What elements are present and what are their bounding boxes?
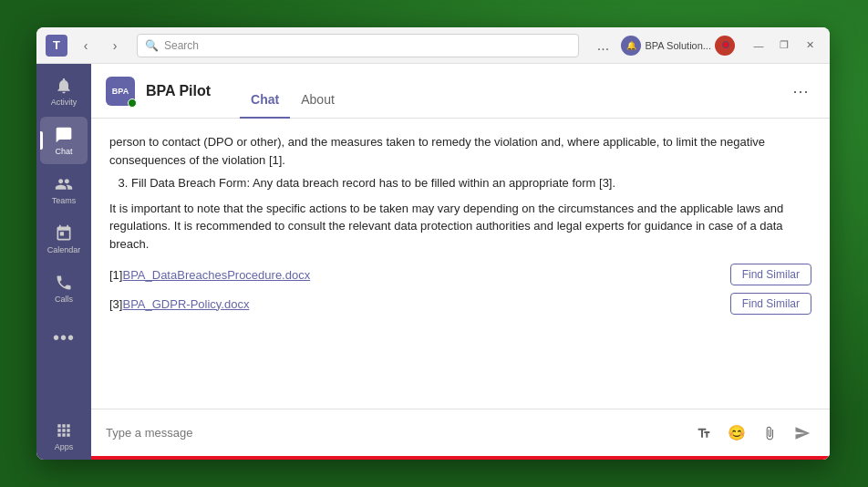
status-dot — [722, 41, 729, 48]
minimize-button[interactable]: — — [748, 36, 770, 56]
send-button[interactable] — [790, 420, 815, 446]
user-name: BPA Solution... — [645, 40, 711, 51]
source-ref-1: [1] — [109, 268, 122, 282]
back-button[interactable]: ‹ — [75, 35, 97, 57]
close-button[interactable]: ✕ — [799, 36, 821, 56]
bot-avatar: BPA — [106, 77, 135, 106]
window-controls: — ❐ ✕ — [748, 36, 821, 56]
format-button[interactable] — [691, 420, 717, 446]
tab-about[interactable]: About — [290, 82, 346, 119]
sidebar-item-teams-label: Teams — [52, 196, 77, 205]
source-row-2: [3] BPA_GDPR-Policy.docx Find Similar — [109, 293, 811, 315]
search-placeholder: Search — [164, 39, 199, 52]
forward-button[interactable]: › — [104, 35, 126, 57]
message-list: Fill Data Breach Form: Any data breach r… — [109, 174, 811, 192]
attach-button[interactable] — [757, 420, 782, 446]
title-bar-right: ... 🔔 BPA Solution... — ❐ ✕ — [590, 36, 821, 56]
message-text-2: It is important to note that the specifi… — [109, 200, 811, 254]
source-link-2[interactable]: BPA_GDPR-Policy.docx — [122, 297, 249, 311]
notification-avatar: 🔔 — [621, 36, 641, 56]
source-link-1[interactable]: BPA_DataBreachesProcedure.docx — [122, 268, 310, 282]
teams-logo-icon: T — [46, 35, 67, 57]
source-ref-2: [3] — [109, 297, 122, 311]
more-icon: ••• — [54, 327, 74, 347]
chat-header: BPA BPA Pilot Chat About ⋯ — [91, 64, 830, 119]
chat-tabs: Chat About — [240, 73, 346, 109]
title-bar: T ‹ › 🔍 Search ... 🔔 BPA Solution... — ❐… — [36, 27, 830, 64]
messages-area[interactable]: person to contact (DPO or other), and th… — [91, 119, 830, 409]
title-more-button[interactable]: ... — [590, 36, 615, 56]
sidebar-item-activity[interactable]: Activity — [40, 67, 88, 115]
chat-more-button[interactable]: ⋯ — [786, 77, 815, 106]
message-input[interactable] — [106, 426, 682, 440]
main-content: Activity Chat Teams — [36, 64, 830, 460]
source-files: [1] BPA_DataBreachesProcedure.docx Find … — [109, 264, 811, 315]
sidebar-item-more[interactable]: ••• — [40, 314, 88, 361]
sidebar: Activity Chat Teams — [36, 64, 91, 460]
sidebar-item-calls-label: Calls — [55, 295, 73, 304]
find-similar-button-2[interactable]: Find Similar — [730, 293, 811, 315]
teams-icon — [54, 174, 74, 194]
tab-chat[interactable]: Chat — [240, 82, 290, 119]
sidebar-item-apps-label: Apps — [55, 442, 74, 451]
active-indicator — [40, 131, 43, 150]
sidebar-item-teams[interactable]: Teams — [40, 166, 88, 213]
sidebar-item-calendar[interactable]: Calendar — [40, 215, 88, 263]
calendar-icon — [54, 223, 74, 244]
chat-icon — [54, 125, 74, 145]
bell-icon — [54, 76, 74, 96]
source-row-1: [1] BPA_DataBreachesProcedure.docx Find … — [109, 264, 811, 285]
apps-icon — [54, 420, 74, 440]
sidebar-item-apps[interactable]: Apps — [40, 412, 88, 460]
sidebar-item-chat[interactable]: Chat — [40, 117, 88, 164]
restore-button[interactable]: ❐ — [773, 36, 795, 56]
bottom-bar — [91, 456, 830, 460]
sidebar-item-chat-label: Chat — [55, 147, 72, 156]
search-bar[interactable]: 🔍 Search — [137, 34, 579, 57]
message-bubble: person to contact (DPO or other), and th… — [109, 133, 811, 253]
title-bar-left: T ‹ › — [46, 35, 126, 57]
user-avatar — [715, 36, 735, 56]
input-actions: 😊 — [691, 420, 815, 446]
calls-icon — [54, 273, 74, 293]
sidebar-item-calendar-label: Calendar — [47, 245, 81, 254]
message-text-1: person to contact (DPO or other), and th… — [109, 133, 811, 169]
list-item-3: Fill Data Breach Form: Any data breach r… — [131, 174, 811, 192]
emoji-button[interactable]: 😊 — [724, 420, 749, 446]
teams-window: T ‹ › 🔍 Search ... 🔔 BPA Solution... — ❐… — [36, 27, 830, 460]
sidebar-item-activity-label: Activity — [51, 98, 78, 107]
sidebar-item-calls[interactable]: Calls — [40, 264, 88, 312]
verified-badge — [128, 98, 137, 108]
chat-area: BPA BPA Pilot Chat About ⋯ person to — [91, 64, 830, 460]
message-input-area: 😊 — [91, 409, 830, 456]
bot-initials: BPA — [112, 87, 129, 96]
user-info: 🔔 BPA Solution... — [621, 36, 735, 56]
chat-title: BPA Pilot — [146, 83, 211, 99]
search-icon: 🔍 — [145, 39, 159, 52]
find-similar-button-1[interactable]: Find Similar — [730, 264, 811, 285]
